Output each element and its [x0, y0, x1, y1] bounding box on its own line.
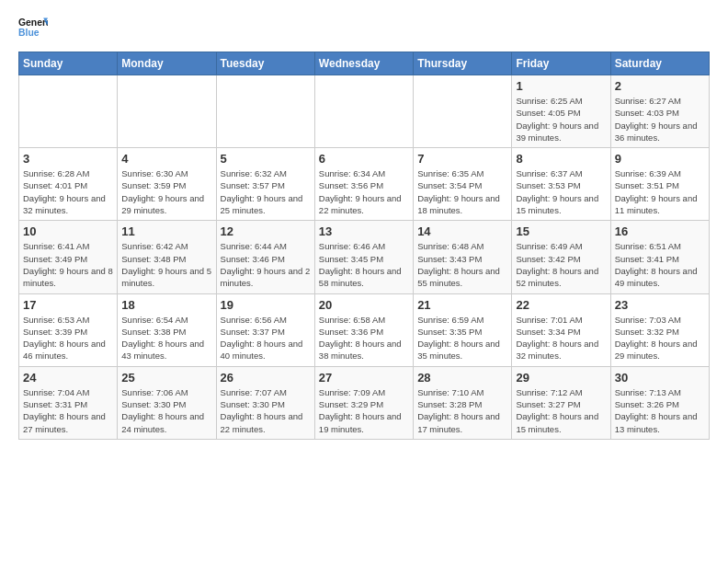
col-header-monday: Monday — [118, 52, 216, 75]
calendar-cell: 29Sunrise: 7:12 AMSunset: 3:27 PMDayligh… — [512, 366, 610, 439]
day-info: Sunrise: 6:25 AMSunset: 4:05 PMDaylight:… — [516, 95, 606, 144]
calendar-cell: 23Sunrise: 7:03 AMSunset: 3:32 PMDayligh… — [610, 293, 709, 366]
day-number: 17 — [23, 298, 113, 312]
day-info: Sunrise: 7:07 AMSunset: 3:30 PMDaylight:… — [221, 386, 311, 435]
calendar-cell: 16Sunrise: 6:51 AMSunset: 3:41 PMDayligh… — [610, 221, 709, 293]
day-info: Sunrise: 6:49 AMSunset: 3:42 PMDaylight:… — [516, 240, 606, 289]
calendar-cell — [314, 75, 413, 148]
day-info: Sunrise: 6:46 AMSunset: 3:45 PMDaylight:… — [319, 240, 409, 289]
calendar-cell: 28Sunrise: 7:10 AMSunset: 3:28 PMDayligh… — [414, 366, 512, 439]
day-number: 11 — [121, 224, 211, 238]
col-header-tuesday: Tuesday — [216, 52, 314, 75]
calendar-cell: 18Sunrise: 6:54 AMSunset: 3:38 PMDayligh… — [118, 293, 216, 366]
day-info: Sunrise: 6:37 AMSunset: 3:53 PMDaylight:… — [516, 167, 606, 216]
day-number: 3 — [23, 152, 113, 166]
col-header-sunday: Sunday — [19, 52, 118, 75]
day-info: Sunrise: 6:59 AMSunset: 3:35 PMDaylight:… — [417, 314, 507, 362]
calendar-cell: 15Sunrise: 6:49 AMSunset: 3:42 PMDayligh… — [512, 221, 610, 293]
calendar-cell: 8Sunrise: 6:37 AMSunset: 3:53 PMDaylight… — [512, 148, 610, 221]
day-info: Sunrise: 7:09 AMSunset: 3:29 PMDaylight:… — [319, 386, 409, 435]
logo: General Blue — [18, 15, 53, 40]
day-info: Sunrise: 7:06 AMSunset: 3:30 PMDaylight:… — [121, 386, 211, 435]
day-info: Sunrise: 6:56 AMSunset: 3:37 PMDaylight:… — [221, 314, 311, 362]
calendar-cell: 5Sunrise: 6:32 AMSunset: 3:57 PMDaylight… — [216, 148, 314, 221]
calendar-cell: 26Sunrise: 7:07 AMSunset: 3:30 PMDayligh… — [216, 366, 314, 439]
day-info: Sunrise: 6:34 AMSunset: 3:56 PMDaylight:… — [319, 167, 409, 216]
day-number: 15 — [516, 224, 606, 238]
day-info: Sunrise: 7:13 AMSunset: 3:26 PMDaylight:… — [615, 386, 705, 435]
calendar-cell: 13Sunrise: 6:46 AMSunset: 3:45 PMDayligh… — [314, 221, 413, 293]
day-info: Sunrise: 6:39 AMSunset: 3:51 PMDaylight:… — [615, 167, 705, 216]
day-info: Sunrise: 7:03 AMSunset: 3:32 PMDaylight:… — [615, 314, 705, 362]
day-info: Sunrise: 6:51 AMSunset: 3:41 PMDaylight:… — [615, 240, 705, 289]
day-number: 6 — [319, 152, 409, 166]
calendar-table: SundayMondayTuesdayWednesdayThursdayFrid… — [18, 52, 710, 440]
calendar-cell — [414, 75, 512, 148]
day-info: Sunrise: 6:44 AMSunset: 3:46 PMDaylight:… — [221, 240, 311, 289]
day-info: Sunrise: 7:10 AMSunset: 3:28 PMDaylight:… — [417, 386, 507, 435]
day-info: Sunrise: 6:53 AMSunset: 3:39 PMDaylight:… — [23, 314, 113, 362]
day-number: 18 — [121, 298, 211, 312]
calendar-cell: 9Sunrise: 6:39 AMSunset: 3:51 PMDaylight… — [610, 148, 709, 221]
col-header-wednesday: Wednesday — [314, 52, 413, 75]
calendar-cell: 11Sunrise: 6:42 AMSunset: 3:48 PMDayligh… — [118, 221, 216, 293]
day-number: 2 — [615, 79, 705, 93]
calendar-cell: 2Sunrise: 6:27 AMSunset: 4:03 PMDaylight… — [610, 75, 709, 148]
calendar-cell: 30Sunrise: 7:13 AMSunset: 3:26 PMDayligh… — [610, 366, 709, 439]
day-info: Sunrise: 6:58 AMSunset: 3:36 PMDaylight:… — [319, 314, 409, 362]
day-number: 27 — [319, 371, 409, 385]
day-info: Sunrise: 6:42 AMSunset: 3:48 PMDaylight:… — [121, 240, 211, 289]
calendar-cell — [118, 75, 216, 148]
calendar-cell: 10Sunrise: 6:41 AMSunset: 3:49 PMDayligh… — [19, 221, 118, 293]
day-number: 8 — [516, 152, 606, 166]
calendar-cell: 22Sunrise: 7:01 AMSunset: 3:34 PMDayligh… — [512, 293, 610, 366]
day-number: 16 — [615, 224, 705, 238]
calendar-cell: 6Sunrise: 6:34 AMSunset: 3:56 PMDaylight… — [314, 148, 413, 221]
day-number: 28 — [417, 371, 507, 385]
day-number: 10 — [23, 224, 113, 238]
day-number: 9 — [615, 152, 705, 166]
calendar-cell: 24Sunrise: 7:04 AMSunset: 3:31 PMDayligh… — [19, 366, 118, 439]
calendar-cell: 12Sunrise: 6:44 AMSunset: 3:46 PMDayligh… — [216, 221, 314, 293]
svg-text:General: General — [18, 17, 48, 28]
page-header: General Blue — [18, 15, 710, 40]
day-number: 5 — [221, 152, 311, 166]
day-info: Sunrise: 7:04 AMSunset: 3:31 PMDaylight:… — [23, 386, 113, 435]
day-number: 22 — [516, 298, 606, 312]
day-number: 30 — [615, 371, 705, 385]
calendar-cell: 17Sunrise: 6:53 AMSunset: 3:39 PMDayligh… — [19, 293, 118, 366]
calendar-cell: 27Sunrise: 7:09 AMSunset: 3:29 PMDayligh… — [314, 366, 413, 439]
day-info: Sunrise: 6:32 AMSunset: 3:57 PMDaylight:… — [221, 167, 311, 216]
day-number: 13 — [319, 224, 409, 238]
day-number: 19 — [221, 298, 311, 312]
calendar-cell — [19, 75, 118, 148]
day-number: 14 — [417, 224, 507, 238]
day-number: 4 — [121, 152, 211, 166]
col-header-friday: Friday — [512, 52, 610, 75]
day-number: 25 — [121, 371, 211, 385]
day-number: 7 — [417, 152, 507, 166]
calendar-cell: 14Sunrise: 6:48 AMSunset: 3:43 PMDayligh… — [414, 221, 512, 293]
calendar-cell: 25Sunrise: 7:06 AMSunset: 3:30 PMDayligh… — [118, 366, 216, 439]
day-number: 26 — [221, 371, 311, 385]
calendar-cell — [216, 75, 314, 148]
calendar-cell: 1Sunrise: 6:25 AMSunset: 4:05 PMDaylight… — [512, 75, 610, 148]
day-number: 21 — [417, 298, 507, 312]
calendar-cell: 19Sunrise: 6:56 AMSunset: 3:37 PMDayligh… — [216, 293, 314, 366]
day-number: 1 — [516, 79, 606, 93]
day-info: Sunrise: 7:01 AMSunset: 3:34 PMDaylight:… — [516, 314, 606, 362]
col-header-thursday: Thursday — [414, 52, 512, 75]
day-info: Sunrise: 6:30 AMSunset: 3:59 PMDaylight:… — [121, 167, 211, 216]
calendar-cell: 21Sunrise: 6:59 AMSunset: 3:35 PMDayligh… — [414, 293, 512, 366]
day-info: Sunrise: 7:12 AMSunset: 3:27 PMDaylight:… — [516, 386, 606, 435]
day-number: 29 — [516, 371, 606, 385]
day-info: Sunrise: 6:48 AMSunset: 3:43 PMDaylight:… — [417, 240, 507, 289]
day-number: 23 — [615, 298, 705, 312]
day-number: 12 — [221, 224, 311, 238]
day-number: 24 — [23, 371, 113, 385]
day-info: Sunrise: 6:27 AMSunset: 4:03 PMDaylight:… — [615, 95, 705, 144]
day-info: Sunrise: 6:54 AMSunset: 3:38 PMDaylight:… — [121, 314, 211, 362]
day-info: Sunrise: 6:28 AMSunset: 4:01 PMDaylight:… — [23, 167, 113, 216]
calendar-cell: 7Sunrise: 6:35 AMSunset: 3:54 PMDaylight… — [414, 148, 512, 221]
calendar-cell: 4Sunrise: 6:30 AMSunset: 3:59 PMDaylight… — [118, 148, 216, 221]
